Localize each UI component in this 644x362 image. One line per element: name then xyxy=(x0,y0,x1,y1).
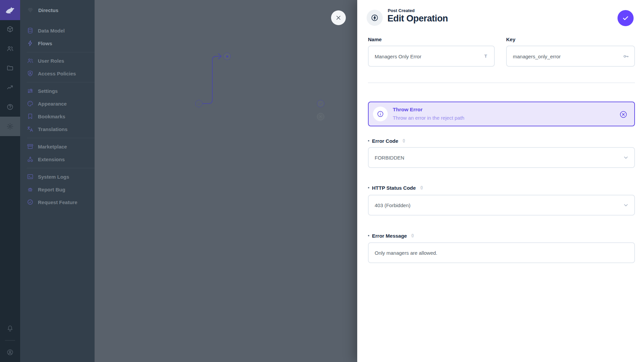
svg-text:{}: {} xyxy=(403,138,406,142)
braces-icon[interactable]: {} xyxy=(419,185,425,191)
shield-user-icon xyxy=(27,70,34,77)
required-dot xyxy=(368,140,369,141)
info-icon xyxy=(377,110,384,118)
bookmark-icon xyxy=(27,113,34,120)
operation-reject-port[interactable] xyxy=(317,113,324,120)
nav-item-label: Access Policies xyxy=(38,71,76,76)
check-icon xyxy=(318,101,323,106)
user-menu-button[interactable] xyxy=(0,343,20,362)
name-input[interactable]: Managers Only Error T xyxy=(368,46,495,67)
module-bar-bottom xyxy=(0,319,20,362)
nav-divider xyxy=(27,138,95,138)
divider xyxy=(368,82,635,83)
nav-item-marketplace[interactable]: Marketplace xyxy=(20,140,95,153)
module-button-user-directory[interactable] xyxy=(0,39,20,58)
braces-icon[interactable]: {} xyxy=(401,138,407,144)
drawer-breadcrumb: Post Created xyxy=(388,8,415,13)
nav-item-label: Marketplace xyxy=(38,144,67,149)
check-icon xyxy=(622,14,629,22)
error-message-input[interactable]: Only managers are allowed. xyxy=(368,242,635,263)
drawer-header-icon-circle xyxy=(367,10,383,26)
module-button-file-library[interactable] xyxy=(0,58,20,78)
name-label: Name xyxy=(368,37,382,42)
nav-item-translations[interactable]: Translations xyxy=(20,123,95,135)
terminal-icon xyxy=(27,173,34,180)
svg-text:T: T xyxy=(484,54,487,59)
trigger-resolve-port[interactable] xyxy=(195,100,203,107)
svg-text:{}: {} xyxy=(420,185,423,189)
trending-icon xyxy=(6,84,14,91)
nav-item-flows[interactable]: Flows xyxy=(20,37,95,50)
dot-icon xyxy=(226,55,228,58)
chevron-down-icon xyxy=(623,154,629,161)
avatar-icon xyxy=(6,349,14,356)
project-gem-icon xyxy=(27,7,34,14)
nav-item-label: Data Model xyxy=(38,28,65,34)
module-button-insights[interactable] xyxy=(0,78,20,97)
nav-item-report-bug[interactable]: Report Bug xyxy=(20,183,95,196)
nav-divider xyxy=(27,82,95,82)
rabbit-logo-icon xyxy=(4,4,16,16)
notifications-button[interactable] xyxy=(0,319,20,338)
error-code-value: FORBIDDEN xyxy=(375,155,404,161)
key-value: managers_only_error xyxy=(513,53,561,59)
error-code-label: Error Code xyxy=(372,138,398,144)
people-icon xyxy=(27,57,34,64)
operation-type-title: Throw Error xyxy=(393,107,423,113)
http-status-value: 403 (Forbidden) xyxy=(375,202,411,208)
error-code-label-row: Error Code {} xyxy=(371,137,407,144)
project-row[interactable]: Directus xyxy=(20,0,95,17)
tune-icon xyxy=(27,87,34,94)
bell-icon xyxy=(6,325,14,332)
rail-divider xyxy=(5,340,15,341)
error-code-select[interactable]: FORBIDDEN xyxy=(368,147,635,168)
required-dot xyxy=(368,187,369,188)
operation-input-port[interactable] xyxy=(223,53,231,60)
x-icon xyxy=(318,114,323,119)
operation-resolve-port[interactable] xyxy=(317,100,324,107)
module-button-documentation[interactable] xyxy=(0,97,20,117)
banner-icon-circle xyxy=(373,107,388,121)
deselect-operation-icon[interactable] xyxy=(619,110,628,119)
nav-item-label: Request Feature xyxy=(38,199,77,205)
edit-operation-drawer: Post Created Edit Operation Name Manager… xyxy=(357,0,644,362)
title-field-icon: T xyxy=(482,53,489,60)
key-label: Key xyxy=(506,37,516,42)
directus-logo[interactable] xyxy=(0,0,20,20)
nav-item-bookmarks[interactable]: Bookmarks xyxy=(20,110,95,123)
http-status-select[interactable]: 403 (Forbidden) xyxy=(368,195,635,216)
save-button[interactable] xyxy=(618,10,634,26)
close-drawer-button[interactable] xyxy=(331,10,346,25)
nav-items: Data Model Flows User Roles Access Polic… xyxy=(20,24,95,208)
nav-item-label: Extensions xyxy=(38,157,65,162)
project-name: Directus xyxy=(38,7,58,13)
braces-icon[interactable]: {} xyxy=(410,233,416,239)
key-input[interactable]: managers_only_error xyxy=(506,46,635,67)
shapes-icon xyxy=(27,156,34,163)
nav-item-request-feature[interactable]: Request Feature xyxy=(20,196,95,208)
chevron-down-icon xyxy=(623,202,629,208)
required-dot xyxy=(368,235,369,236)
nav-item-settings[interactable]: Settings xyxy=(20,84,95,97)
error-message-label-row: Error Message {} xyxy=(371,232,416,239)
nav-item-system-logs[interactable]: System Logs xyxy=(20,170,95,183)
nav-item-appearance[interactable]: Appearance xyxy=(20,97,95,110)
error-message-value: Only managers are allowed. xyxy=(375,250,437,256)
nav-item-label: Flows xyxy=(38,41,52,46)
module-button-content[interactable] xyxy=(0,19,20,39)
nav-item-access-policies[interactable]: Access Policies xyxy=(20,67,95,80)
folder-icon xyxy=(6,64,14,72)
nav-item-user-roles[interactable]: User Roles xyxy=(20,54,95,67)
bug-icon xyxy=(27,186,34,193)
nav-item-data-model[interactable]: Data Model xyxy=(20,24,95,37)
gear-icon xyxy=(6,123,14,130)
key-field-icon xyxy=(623,53,629,60)
module-list xyxy=(0,19,20,136)
module-button-settings[interactable] xyxy=(0,117,20,136)
nav-item-label: Settings xyxy=(38,88,58,94)
nav-item-extensions[interactable]: Extensions xyxy=(20,153,95,166)
key-label-row: Key xyxy=(506,36,516,43)
operation-type-banner[interactable]: Throw Error Throw an error in the reject… xyxy=(368,102,635,126)
badge-check-icon xyxy=(27,199,34,205)
bolt-icon xyxy=(27,40,34,47)
